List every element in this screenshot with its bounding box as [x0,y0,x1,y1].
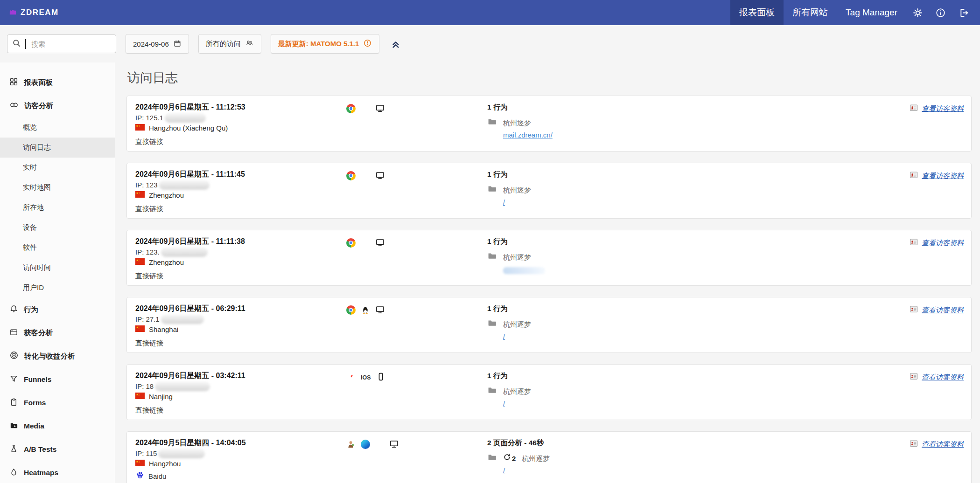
sidebar-item[interactable]: A/B Tests [0,438,115,461]
visited-page-link[interactable]: / [503,198,505,206]
visit-actions-column: 1 行为 杭州逐梦 [487,236,683,276]
date-picker-button[interactable]: 2024-09-06 [126,34,189,54]
help-button[interactable] [929,0,952,25]
id-card-icon [909,237,918,247]
search-icon [12,39,21,48]
cn-flag-icon [135,191,145,198]
update-notice-button[interactable]: 最新更新: MATOMO 5.1.1 [271,34,380,54]
sidebar-item[interactable]: 访问时间 [0,258,115,278]
sidebar-item[interactable]: Media [0,414,115,438]
visited-page-link[interactable]: / [503,467,505,475]
visitor-profile-label: 查看访客资料 [922,172,964,180]
sidebar-item[interactable]: 设备 [0,218,115,238]
visit-actions-column: 2 页面分析 - 46秒 2 杭州逐梦 / [487,437,683,476]
visit-referrer: 直接链接 [135,405,163,415]
sidebar-item[interactable]: 访客分析 [0,94,115,117]
segment-selector-button[interactable]: 所有的访问 [198,34,261,54]
nav-item[interactable]: 报表面板 [730,0,784,25]
visit-actions-count: 1 行为 [487,236,683,247]
gear-icon [912,7,923,18]
sidebar-item[interactable]: 转化与收益分析 [0,345,115,368]
sidebar-item[interactable]: 报表面板 [0,71,115,94]
main-content: 访问日志 2024年09月6日星期五 - 11:12:53 IP: 125.1 … [116,62,980,483]
signout-button[interactable] [952,0,980,25]
sidebar-item[interactable]: 行为 [0,298,115,321]
redacted-ip [161,315,204,324]
visitor-profile-link[interactable]: 查看访客资料 [909,304,964,316]
desktop-icon [375,104,385,113]
visitor-profile-link[interactable]: 查看访客资料 [909,439,964,450]
visit-datetime: 2024年09月6日星期五 - 11:11:45 [135,169,245,180]
edge-icon [361,440,370,449]
visit-city: Zhengzhou [149,190,184,200]
visited-page: mail.zdream.cn/ [503,131,683,140]
sidebar-item-label: A/B Tests [24,445,56,454]
sidebar-item[interactable]: Forms [0,391,115,414]
page-title: 访问日志 [127,70,972,86]
sidebar-item[interactable]: 实时地图 [0,178,115,198]
ios-icon: iOS [361,373,371,382]
visitor-profile-link[interactable]: 查看访客资料 [909,103,964,114]
sidebar-item[interactable]: 概览 [0,117,115,138]
visit-city: Zhengzhou [149,257,184,268]
redacted-url [503,267,545,274]
visit-referrer: 直接链接 [135,137,163,147]
visit-ip: IP: 18 [135,381,245,391]
warning-icon [363,39,372,48]
sidebar-item[interactable]: 软件 [0,238,115,258]
dashboard-icon [9,77,18,86]
visitor-profile-link[interactable]: 查看访客资料 [909,237,964,248]
nav-item[interactable]: Tag Manager [837,0,906,25]
visited-page-link[interactable]: / [503,332,505,340]
sidebar-item[interactable]: 所在地 [0,198,115,218]
sidebar-item[interactable]: 访问日志 [0,138,115,158]
visit-datetime: 2024年09月6日星期五 - 03:42:11 [135,370,245,381]
sidebar-item[interactable]: 实时 [0,158,115,178]
nav-item[interactable]: 所有网站 [784,0,837,25]
visit-ip: IP: 115 [135,448,246,458]
visit-site-line: 杭州逐梦 [487,251,683,263]
sidebar-item[interactable]: 获客分析 [0,321,115,345]
visit-location: Zhengzhou [135,190,245,200]
visit-system-icons [346,238,385,249]
visit-ip-text: IP: 125.1 [135,113,163,123]
visit-referrer: 直接链接 [135,338,163,348]
visit-actions-column: 1 行为 杭州逐梦 / [487,370,683,408]
visit-ip: IP: 125.1 [135,113,245,123]
visit-summary: 2024年09月6日星期五 - 11:11:38 IP: 123. Zhengz… [135,236,245,268]
baidu-icon [135,470,145,480]
search-input[interactable] [30,40,111,48]
visited-page-link[interactable]: mail.zdream.cn/ [503,131,553,139]
app-logo[interactable]: ZDREAM [0,0,69,25]
visit-ip-text: IP: 123. [135,247,160,257]
top-navbar: ZDREAM 报表面板 所有网站 Tag Manager [0,0,980,25]
visit-ip-text: IP: 27.1 [135,314,160,324]
sidebar-item[interactable]: Funnels [0,368,115,391]
visitor-profile-link[interactable]: 查看访客资料 [909,372,964,383]
visit-referrer-label: 直接链接 [135,405,163,415]
visitor-profile-link[interactable]: 查看访客资料 [909,170,964,181]
sidebar-item[interactable]: 用户ID [0,278,115,298]
sidebar-item-label: 所在地 [23,203,44,212]
sidebar-item[interactable]: Heatmaps [0,461,115,483]
visited-page: / [503,198,683,207]
folder-icon [487,318,497,328]
collapse-toolbar-button[interactable] [390,38,401,49]
nav-item-label: Tag Manager [846,7,897,18]
visit-site-line: 2 杭州逐梦 [487,452,683,465]
macos-icon [361,104,370,113]
visited-page-link[interactable]: / [503,400,505,407]
visit-actions-count: 1 行为 [487,102,683,113]
refresh-icon [503,453,511,461]
sidebar-item-icon [9,374,18,385]
sidebar-item-label: 实时 [23,163,37,172]
sidebar-item-label: 实时地图 [23,183,51,192]
visitor-profile-label: 查看访客资料 [922,306,964,315]
visit-referrer: Baidu [135,470,166,483]
sidebar-item-label: 软件 [23,243,37,252]
folder-icon [487,251,497,261]
sidebar-item-label: Funnels [24,375,51,384]
visit-site-name: 杭州逐梦 [522,454,550,464]
date-label: 2024-09-06 [133,40,169,48]
settings-button[interactable] [906,0,929,25]
